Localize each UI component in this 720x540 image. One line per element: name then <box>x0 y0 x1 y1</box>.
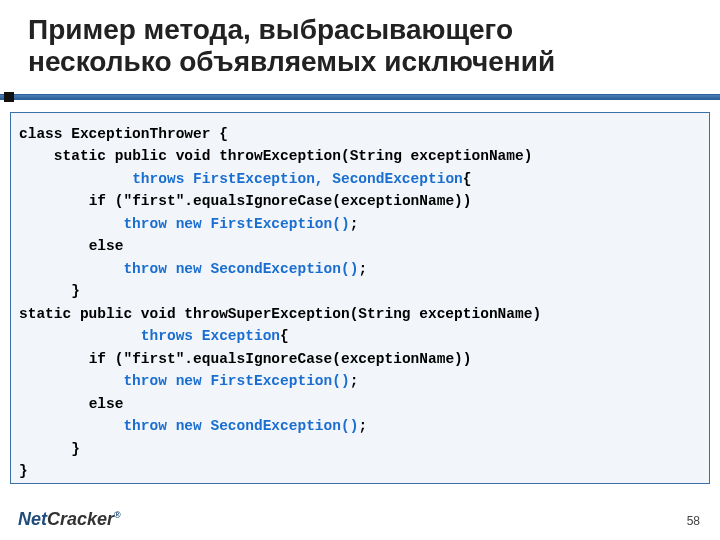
code-line: { <box>463 171 472 187</box>
title-line-1: Пример метода, выбрасывающего <box>28 14 513 45</box>
code-keyword: throw new SecondException() <box>123 261 358 277</box>
code-keyword: throw new FirstException() <box>123 373 349 389</box>
code-line <box>19 373 123 389</box>
code-line <box>19 171 132 187</box>
code-line <box>19 261 123 277</box>
code-line: ; <box>350 216 359 232</box>
code-keyword: throws Exception <box>141 328 280 344</box>
code-keyword: throw new FirstException() <box>123 216 349 232</box>
code-line <box>19 418 123 434</box>
slide-title: Пример метода, выбрасывающего несколько … <box>0 0 720 84</box>
code-line: } <box>19 283 80 299</box>
title-line-2: несколько объявляемых исключений <box>28 46 555 77</box>
code-line: if ("first".equalsIgnoreCase(exceptionNa… <box>19 351 472 367</box>
code-line: } <box>19 463 28 479</box>
code-line: ; <box>350 373 359 389</box>
code-line: ; <box>358 261 367 277</box>
accent-bar <box>0 94 720 100</box>
code-line: static public void throwSuperException(S… <box>19 306 541 322</box>
code-keyword: throws FirstException, SecondException <box>132 171 463 187</box>
code-line: else <box>19 238 123 254</box>
code-line: else <box>19 396 123 412</box>
logo-registered-icon: ® <box>114 510 121 520</box>
code-line <box>19 328 141 344</box>
footer: NetCracker® 58 <box>0 498 720 540</box>
page-number: 58 <box>687 514 700 528</box>
code-line: { <box>280 328 289 344</box>
code-line: class ExceptionThrower { <box>19 126 228 142</box>
code-line: if ("first".equalsIgnoreCase(exceptionNa… <box>19 193 472 209</box>
code-line: static public void throwException(String… <box>19 148 532 164</box>
slide: Пример метода, выбрасывающего несколько … <box>0 0 720 540</box>
logo-cracker: Cracker <box>47 509 114 529</box>
accent-square <box>4 92 14 102</box>
code-line: ; <box>358 418 367 434</box>
code-line <box>19 216 123 232</box>
logo-net: Net <box>18 509 47 529</box>
code-keyword: throw new SecondException() <box>123 418 358 434</box>
code-line: } <box>19 441 80 457</box>
logo: NetCracker® <box>18 509 121 530</box>
code-block: class ExceptionThrower { static public v… <box>10 112 710 484</box>
